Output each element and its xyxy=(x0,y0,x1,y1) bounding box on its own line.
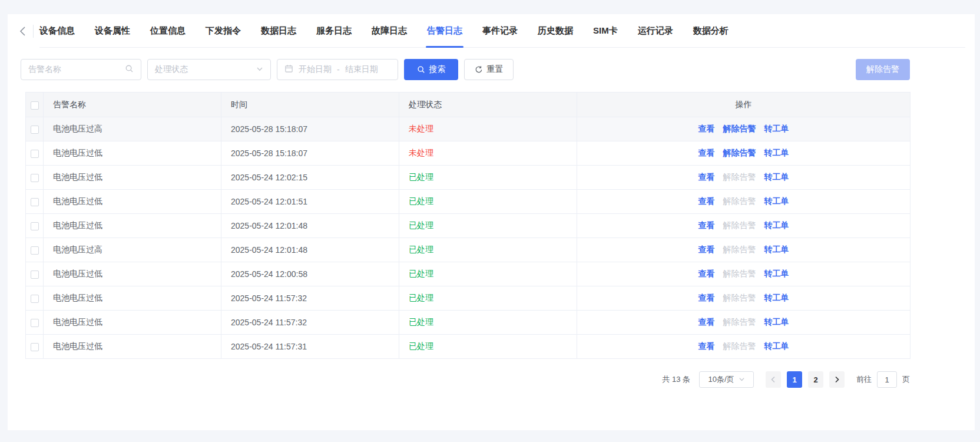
row-checkbox[interactable] xyxy=(31,271,39,279)
tab-10[interactable]: SIM卡 xyxy=(593,14,618,47)
tab-4[interactable]: 数据日志 xyxy=(261,14,296,47)
next-page-button[interactable] xyxy=(829,371,845,388)
cell-actions: 查看解除告警转工单 xyxy=(577,117,911,141)
alarm-table: 告警名称 时间 处理状态 操作 电池电压过高2025-05-28 15:18:0… xyxy=(25,92,911,359)
tab-11[interactable]: 运行记录 xyxy=(638,14,673,47)
tab-7[interactable]: 告警日志 xyxy=(427,14,462,47)
header-actions: 操作 xyxy=(577,93,911,117)
row-checkbox[interactable] xyxy=(31,295,39,303)
clear-alarm-link[interactable]: 解除告警 xyxy=(723,341,756,351)
clear-alarm-link[interactable]: 解除告警 xyxy=(723,317,756,326)
ticket-link[interactable]: 转工单 xyxy=(764,196,789,206)
table-row: 电池电压过低2025-05-24 12:00:58已处理查看解除告警转工单 xyxy=(26,262,911,286)
prev-page-button[interactable] xyxy=(766,371,781,388)
row-checkbox-cell xyxy=(26,286,44,311)
view-link[interactable]: 查看 xyxy=(698,124,715,133)
ticket-link[interactable]: 转工单 xyxy=(764,172,789,182)
row-checkbox[interactable] xyxy=(31,198,39,206)
row-checkbox[interactable] xyxy=(31,343,39,351)
table-row: 电池电压过低2025-05-24 11:57:32已处理查看解除告警转工单 xyxy=(26,286,911,311)
tab-1[interactable]: 设备属性 xyxy=(95,14,130,47)
table-row: 电池电压过低2025-05-28 15:18:07未处理查看解除告警转工单 xyxy=(26,141,911,166)
clear-alarm-link[interactable]: 解除告警 xyxy=(723,172,756,182)
view-link[interactable]: 查看 xyxy=(698,269,715,278)
cell-actions: 查看解除告警转工单 xyxy=(577,286,911,311)
ticket-link[interactable]: 转工单 xyxy=(764,293,789,302)
row-checkbox[interactable] xyxy=(31,222,39,230)
status-badge: 未处理 xyxy=(409,124,433,133)
page-button-1[interactable]: 1 xyxy=(787,371,802,388)
view-link[interactable]: 查看 xyxy=(698,341,715,351)
row-checkbox-cell xyxy=(26,141,44,166)
tab-2[interactable]: 位置信息 xyxy=(150,14,186,47)
tabs: 设备信息设备属性位置信息下发指令数据日志服务日志故障日志告警日志事件记录历史数据… xyxy=(39,14,965,48)
chevron-down-icon xyxy=(739,375,745,384)
table-header-row: 告警名称 时间 处理状态 操作 xyxy=(26,93,911,117)
tab-3[interactable]: 下发指令 xyxy=(206,14,241,47)
goto-label: 前往 xyxy=(856,374,872,385)
reset-button[interactable]: 重置 xyxy=(464,59,514,80)
select-all-checkbox[interactable] xyxy=(31,101,39,110)
clear-alarm-button[interactable]: 解除告警 xyxy=(856,59,910,80)
ticket-link[interactable]: 转工单 xyxy=(764,341,789,351)
tab-bar: 设备信息设备属性位置信息下发指令数据日志服务日志故障日志告警日志事件记录历史数据… xyxy=(8,14,975,48)
page-button-2[interactable]: 2 xyxy=(808,371,823,388)
tab-0[interactable]: 设备信息 xyxy=(39,14,75,47)
row-checkbox[interactable] xyxy=(31,150,39,158)
clear-alarm-link[interactable]: 解除告警 xyxy=(723,245,756,254)
row-checkbox[interactable] xyxy=(31,126,39,134)
cell-actions: 查看解除告警转工单 xyxy=(577,141,911,166)
clear-alarm-link[interactable]: 解除告警 xyxy=(723,124,756,133)
search-button[interactable]: 搜索 xyxy=(404,59,458,80)
row-checkbox-cell xyxy=(26,117,44,141)
row-checkbox-cell xyxy=(26,311,44,335)
row-checkbox[interactable] xyxy=(31,319,39,327)
ticket-link[interactable]: 转工单 xyxy=(764,148,789,157)
reset-button-label: 重置 xyxy=(487,64,504,75)
goto-page-input[interactable] xyxy=(877,371,897,388)
table-row: 电池电压过低2025-05-24 12:01:48已处理查看解除告警转工单 xyxy=(26,214,911,238)
view-link[interactable]: 查看 xyxy=(698,245,715,254)
clear-alarm-link[interactable]: 解除告警 xyxy=(723,148,756,157)
view-link[interactable]: 查看 xyxy=(698,196,715,206)
tab-5[interactable]: 服务日志 xyxy=(316,14,352,47)
tab-8[interactable]: 事件记录 xyxy=(482,14,518,47)
tab-6[interactable]: 故障日志 xyxy=(372,14,407,47)
ticket-link[interactable]: 转工单 xyxy=(764,245,789,254)
alarm-name-input[interactable]: 告警名称 xyxy=(21,59,141,80)
row-checkbox-cell xyxy=(26,214,44,238)
view-link[interactable]: 查看 xyxy=(698,172,715,182)
status-select[interactable]: 处理状态 xyxy=(147,59,271,80)
date-range-picker[interactable]: 开始日期 - 结束日期 xyxy=(277,59,398,80)
clear-alarm-button-label: 解除告警 xyxy=(866,64,899,75)
ticket-link[interactable]: 转工单 xyxy=(764,269,789,278)
row-checkbox[interactable] xyxy=(31,174,39,182)
tab-9[interactable]: 历史数据 xyxy=(538,14,573,47)
row-checkbox[interactable] xyxy=(31,246,39,255)
table-row: 电池电压过低2025-05-24 12:02:15已处理查看解除告警转工单 xyxy=(26,166,911,190)
clear-alarm-link[interactable]: 解除告警 xyxy=(723,293,756,302)
alarm-name-placeholder: 告警名称 xyxy=(28,64,125,75)
clear-alarm-link[interactable]: 解除告警 xyxy=(723,196,756,206)
view-link[interactable]: 查看 xyxy=(698,293,715,302)
cell-actions: 查看解除告警转工单 xyxy=(577,238,911,262)
view-link[interactable]: 查看 xyxy=(698,148,715,157)
back-icon[interactable] xyxy=(18,25,28,37)
view-link[interactable]: 查看 xyxy=(698,220,715,230)
header-checkbox-cell xyxy=(26,93,44,117)
ticket-link[interactable]: 转工单 xyxy=(764,317,789,326)
date-start-placeholder: 开始日期 xyxy=(299,64,332,75)
ticket-link[interactable]: 转工单 xyxy=(764,220,789,230)
status-badge: 已处理 xyxy=(409,293,433,302)
cell-status: 已处理 xyxy=(399,286,577,311)
cell-actions: 查看解除告警转工单 xyxy=(577,311,911,335)
ticket-link[interactable]: 转工单 xyxy=(764,124,789,133)
page-size-select[interactable]: 10条/页 xyxy=(699,371,754,388)
cell-status: 已处理 xyxy=(399,335,577,359)
clear-alarm-link[interactable]: 解除告警 xyxy=(723,220,756,230)
view-link[interactable]: 查看 xyxy=(698,317,715,326)
cell-time: 2025-05-24 11:57:32 xyxy=(221,286,399,311)
tab-12[interactable]: 数据分析 xyxy=(693,14,729,47)
clear-alarm-link[interactable]: 解除告警 xyxy=(723,269,756,278)
cell-status: 未处理 xyxy=(399,117,577,141)
